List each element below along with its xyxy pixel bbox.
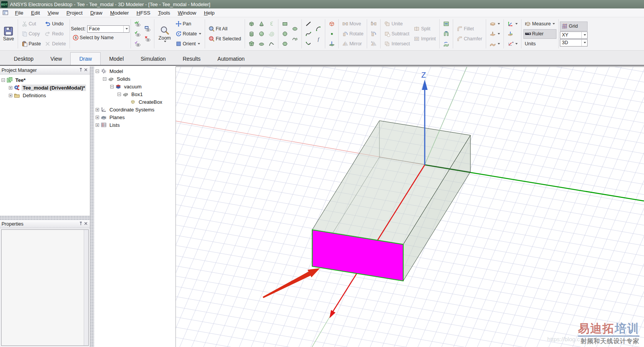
project-item-definitions[interactable]: +Definitions [0, 91, 90, 99]
close-icon[interactable] [83, 67, 88, 73]
toolbar-button-split[interactable]: Split [412, 24, 437, 34]
toolbar-button-sweep-vector[interactable] [442, 19, 451, 29]
menu-item-help[interactable]: Help [200, 9, 218, 17]
toolbar-button-dup-move[interactable]: + [369, 19, 378, 29]
model-item-coordinate-systems[interactable]: +Coordinate Systems [94, 106, 175, 113]
toolbar-button-draw-line[interactable] [304, 19, 313, 29]
close-icon[interactable] [83, 221, 88, 227]
toolbar-button-fit-selected[interactable]: Fit Selected [207, 34, 243, 44]
toolbar-button-copy[interactable]: Copy [20, 29, 43, 39]
toolbar-button-move[interactable]: Move [341, 19, 365, 29]
toolbar-button-eye-x[interactable] [143, 34, 152, 44]
toolbar-button-imprint[interactable]: Imprint [412, 34, 437, 44]
vertical-splitter[interactable] [90, 66, 94, 347]
tree-expand-toggle[interactable]: − [96, 70, 99, 73]
model-item-solids[interactable]: −Solids [94, 75, 175, 83]
tree-expand-toggle[interactable]: + [96, 116, 99, 119]
toolbar-button-subtract[interactable]: Subtract [382, 29, 411, 39]
toolbar-button-undo[interactable]: Undo [43, 19, 67, 29]
toolbar-button-draw-circle[interactable] [280, 29, 290, 39]
tree-expand-toggle[interactable]: + [96, 123, 99, 127]
toolbar-button-orient[interactable]: Orient [174, 39, 203, 49]
menu-item-window[interactable]: Window [174, 9, 200, 17]
view-plane-combobox[interactable]: XY [560, 32, 588, 39]
toolbar-button-paste[interactable]: Paste [20, 39, 43, 49]
toolbar-button-surface-wrap[interactable] [488, 39, 502, 49]
toolbar-button-ruler[interactable]: Ruler [523, 29, 557, 39]
view-plane-combobox[interactable]: 3D [560, 39, 588, 46]
model-item-planes[interactable]: +Planes [94, 113, 175, 121]
tree-expand-toggle[interactable]: − [110, 85, 114, 88]
menu-item-tools[interactable]: Tools [154, 9, 174, 17]
toolbar-button-redo[interactable]: Redo [43, 29, 67, 39]
model-item-model[interactable]: −Model [94, 67, 175, 75]
model-item-createbox[interactable]: CreateBox [94, 98, 175, 106]
pin-icon[interactable] [78, 221, 83, 227]
tree-expand-toggle[interactable]: − [118, 93, 121, 96]
toolbar-button-measure[interactable]: Measure [523, 19, 557, 29]
toolbar-button-grid[interactable]: Grid [560, 22, 588, 31]
toolbar-button-draw-arc-center[interactable] [314, 24, 323, 34]
toolbar-button-eye-check-double[interactable] [133, 19, 142, 29]
tree-expand-toggle[interactable]: − [2, 78, 5, 82]
horizontal-splitter[interactable] [0, 216, 90, 220]
toolbar-button-fillet[interactable]: Fillet [455, 24, 484, 34]
menu-item-view[interactable]: View [44, 9, 62, 17]
toolbar-button-prim-bondwire[interactable] [267, 39, 276, 49]
toolbar-button-prim-box[interactable] [247, 19, 256, 29]
tab-draw[interactable]: Draw [70, 52, 101, 65]
viewport-3d[interactable]: Z https://blog.cs 易迪拓培训 射频和天线设计专家 [176, 66, 644, 347]
toolbar-button-prim-torus[interactable] [257, 39, 266, 49]
toolbar-button-unite[interactable]: Unite [382, 19, 411, 29]
toolbar-button-draw-point[interactable] [327, 29, 336, 39]
toolbar-button-rotate[interactable]: Rotate [341, 29, 365, 39]
toolbar-button-save[interactable]: Save [1, 18, 17, 50]
toolbar-button-draw-hexagon[interactable] [280, 39, 290, 49]
project-item-tee-[interactable]: −Tee* [0, 76, 90, 84]
toolbar-button-prim-helix[interactable] [267, 19, 276, 29]
toolbar-button-pan[interactable]: Pan [174, 19, 203, 29]
menu-item-modeler[interactable]: Modeler [107, 9, 132, 17]
toolbar-button-surface-thicken[interactable] [488, 19, 502, 29]
select-mode-combobox[interactable]: Face [87, 25, 129, 33]
toolbar-button-draw-ellipse[interactable] [290, 24, 300, 34]
combo-dropdown-button[interactable] [581, 32, 587, 38]
tab-simulation[interactable]: Simulation [132, 53, 174, 65]
menu-item-project[interactable]: Project [63, 9, 86, 17]
toolbar-button-eye-check-purple[interactable] [133, 39, 142, 49]
pin-icon[interactable] [78, 67, 83, 73]
menu-item-draw[interactable]: Draw [87, 9, 106, 17]
model-item-vacuum[interactable]: −vacuum [94, 83, 175, 90]
toolbar-button-units[interactable]: Units [523, 39, 557, 49]
toolbar-button-select-by-name[interactable]: SSelect by Name [71, 33, 129, 43]
toolbar-button-prim-cone[interactable] [257, 19, 266, 29]
toolbar-button-rotate[interactable]: Rotate [174, 29, 203, 39]
tree-expand-toggle[interactable]: + [9, 94, 12, 97]
combo-dropdown-button[interactable] [123, 26, 129, 32]
tree-expand-toggle[interactable]: + [9, 86, 12, 90]
toolbar-button-prim-spiral[interactable] [267, 29, 276, 39]
toolbar-button-sweep-axis[interactable] [442, 29, 451, 39]
menu-item-hfss[interactable]: HFSS [133, 9, 154, 17]
toolbar-button-dup-mirror[interactable]: + [369, 39, 378, 49]
viewport-canvas[interactable]: Z [176, 67, 644, 347]
menu-item-file[interactable]: File [12, 9, 27, 17]
toolbar-button-cs-create[interactable] [506, 19, 519, 29]
toolbar-button-draw-rectangle[interactable] [280, 19, 290, 29]
toolbar-button-zoom[interactable]: Zoom [156, 25, 173, 43]
tree-expand-toggle[interactable]: − [103, 77, 106, 81]
toolbar-button-prim-sphere[interactable] [257, 29, 266, 39]
menu-item-edit[interactable]: Edit [28, 9, 43, 17]
toolbar-button-draw-plane[interactable] [327, 39, 336, 49]
tab-model[interactable]: Model [101, 53, 132, 65]
toolbar-button-intersect[interactable]: Intersect [382, 39, 411, 49]
combo-dropdown-button[interactable] [581, 40, 587, 46]
toolbar-button-draw-arc3[interactable] [304, 39, 313, 49]
toolbar-button-sweep-path[interactable] [442, 39, 451, 49]
toolbar-button-prim-polyhedron[interactable] [247, 39, 256, 49]
toolbar-button-draw-spline[interactable] [304, 29, 313, 39]
model-item-box1[interactable]: −Box1 [94, 90, 175, 98]
toolbar-button-fit-all[interactable]: Fit All [207, 24, 243, 34]
toolbar-button-cs-face[interactable] [506, 29, 519, 39]
toolbar-button-udm-box[interactable] [327, 19, 336, 29]
